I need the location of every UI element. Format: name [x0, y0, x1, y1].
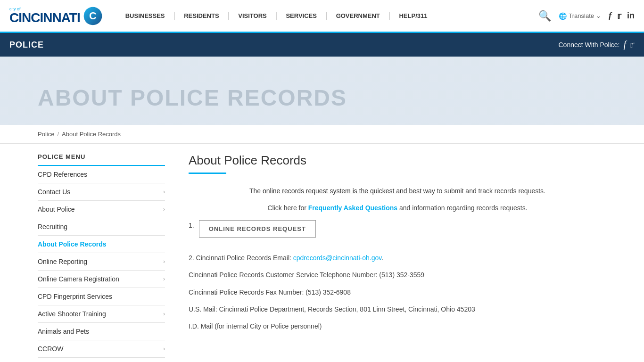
breadcrumb: Police / About Police Records	[38, 131, 606, 138]
chevron-down-icon: ⌄	[596, 12, 601, 19]
item-2-period: .	[381, 254, 383, 262]
connect-social-icons: f 𝕣	[623, 39, 635, 50]
nav-help[interactable]: HELP/311	[390, 12, 436, 19]
item-2-num: 2.	[189, 254, 196, 262]
nav-residents[interactable]: RESIDENTS	[175, 12, 227, 19]
content-area: About Police Records The online records …	[174, 153, 606, 362]
sidebar: POLICE MENU CPD References Contact Us › …	[38, 153, 174, 362]
chevron-icon: ›	[163, 189, 165, 195]
numbered-item-6: I.D. Mail (for internal City or Police p…	[189, 321, 606, 331]
logo-text: city of CINCINNATI	[9, 7, 80, 25]
hero-section: ABOUT POLICE RECORDS	[0, 57, 644, 125]
item-4-content: Cincinnati Police Records Fax Number: (5…	[189, 288, 351, 296]
online-records-link[interactable]: online records request system is the qui…	[263, 187, 435, 195]
police-twitter-icon[interactable]: 𝕣	[630, 39, 635, 50]
sidebar-item-animals-pets[interactable]: Animals and Pets	[38, 323, 165, 340]
chevron-icon: ›	[163, 276, 165, 282]
sidebar-item-label: Online Camera Registration	[38, 275, 119, 283]
chevron-icon: ›	[163, 206, 165, 213]
sidebar-item-label: About Police	[38, 206, 75, 213]
numbered-item-2: 2. Cincinnati Police Records Email: cpdr…	[189, 253, 606, 263]
faq-text-after: and information regarding records reques…	[397, 204, 527, 212]
sidebar-item-crime-analysis[interactable]: Crime Analysis	[38, 358, 165, 362]
breadcrumb-current: About Police Records	[62, 131, 121, 138]
facebook-icon[interactable]: f	[609, 11, 611, 21]
faq-paragraph: Click here for Frequently Asked Question…	[189, 203, 606, 213]
sidebar-item-label: Active Shooter Training	[38, 310, 106, 318]
cincinnati-c-icon: C	[83, 6, 103, 26]
nav-visitors[interactable]: VISITORS	[230, 12, 275, 19]
svg-text:C: C	[89, 9, 97, 21]
sidebar-item-label: CPD Fingerprint Services	[38, 293, 112, 300]
sidebar-item-label: CPD References	[38, 171, 87, 178]
police-banner: POLICE Connect With Police: f 𝕣	[0, 33, 644, 57]
translate-button[interactable]: 🌐 Translate ⌄	[559, 12, 601, 20]
sidebar-item-about-police-records[interactable]: About Police Records	[38, 236, 165, 253]
content-title-underline	[189, 173, 226, 174]
sidebar-item-label: Online Reporting	[38, 258, 87, 265]
faq-text-before: Click here for	[267, 204, 308, 212]
content-title: About Police Records	[189, 153, 606, 168]
online-records-request-button[interactable]: ONLINE RECORDS REQUEST	[199, 220, 316, 238]
content-body: The online records request system is the…	[189, 186, 606, 332]
numbered-item-4: Cincinnati Police Records Fax Number: (5…	[189, 287, 606, 297]
logo[interactable]: city of CINCINNATI C	[9, 6, 103, 26]
item-3-content: Cincinnati Police Records Customer Servi…	[189, 271, 424, 279]
sidebar-item-ccrow[interactable]: CCROW ›	[38, 340, 165, 358]
sidebar-item-recruiting[interactable]: Recruiting	[38, 218, 165, 236]
chevron-icon: ›	[163, 346, 165, 352]
nav-government[interactable]: GOVERNMENT	[328, 12, 388, 19]
sidebar-item-contact-us[interactable]: Contact Us ›	[38, 183, 165, 201]
numbered-item-5: U.S. Mail: Cincinnati Police Department,…	[189, 304, 606, 314]
sidebar-item-cpd-references[interactable]: CPD References	[38, 166, 165, 183]
social-icons: f 𝕣 in	[609, 11, 635, 21]
intro-text-after: to submit and track records requests.	[435, 187, 545, 195]
nav-services[interactable]: SERVICES	[277, 12, 325, 19]
sidebar-item-online-reporting[interactable]: Online Reporting ›	[38, 253, 165, 271]
item-5-content: U.S. Mail: Cincinnati Police Department,…	[189, 305, 475, 313]
intro-text-before: The	[249, 187, 263, 195]
sidebar-item-label: Animals and Pets	[38, 328, 89, 335]
connect-label: Connect With Police:	[558, 41, 619, 49]
top-navigation: city of CINCINNATI C BUSINESSES | RESIDE…	[0, 0, 644, 33]
records-email-link[interactable]: cpdrecords@cincinnati-oh.gov	[293, 254, 382, 262]
search-icon[interactable]: 🔍	[538, 10, 551, 22]
item-1-num: 1.	[189, 220, 194, 245]
nav-businesses[interactable]: BUSINESSES	[117, 12, 173, 19]
twitter-icon[interactable]: 𝕣	[617, 11, 621, 21]
sidebar-item-label: Recruiting	[38, 223, 67, 230]
main-content: POLICE MENU CPD References Contact Us › …	[0, 144, 644, 362]
globe-icon: 🌐	[559, 12, 567, 20]
sidebar-title: POLICE MENU	[38, 153, 165, 160]
numbered-item-1: 1. ONLINE RECORDS REQUEST	[189, 220, 606, 245]
linkedin-icon[interactable]: in	[627, 11, 635, 21]
sidebar-item-active-shooter[interactable]: Active Shooter Training ›	[38, 305, 165, 323]
sidebar-item-label: CCROW	[38, 345, 63, 353]
faq-link[interactable]: Frequently Asked Questions	[308, 204, 397, 212]
police-facebook-icon[interactable]: f	[623, 39, 626, 50]
breadcrumb-home[interactable]: Police	[38, 131, 54, 138]
translate-label: Translate	[569, 12, 594, 19]
sidebar-item-cpd-fingerprint[interactable]: CPD Fingerprint Services	[38, 288, 165, 305]
item-6-content: I.D. Mail (for internal City or Police p…	[189, 322, 322, 330]
nav-right: 🔍 🌐 Translate ⌄ f 𝕣 in	[538, 10, 635, 22]
sidebar-item-online-camera-registration[interactable]: Online Camera Registration ›	[38, 271, 165, 288]
chevron-icon: ›	[163, 311, 165, 317]
city-name: CINCINNATI	[9, 11, 80, 25]
connect-police: Connect With Police: f 𝕣	[558, 39, 635, 50]
sidebar-item-about-police[interactable]: About Police ›	[38, 201, 165, 218]
numbered-item-3: Cincinnati Police Records Customer Servi…	[189, 270, 606, 280]
item-2-text: Cincinnati Police Records Email:	[196, 254, 293, 262]
intro-paragraph: The online records request system is the…	[189, 186, 606, 196]
chevron-icon: ›	[163, 258, 165, 265]
online-records-btn-row: ONLINE RECORDS REQUEST	[199, 220, 316, 238]
breadcrumb-separator: /	[57, 131, 59, 138]
sidebar-item-label: Contact Us	[38, 188, 70, 196]
hero-title: ABOUT POLICE RECORDS	[38, 85, 347, 111]
nav-links: BUSINESSES | RESIDENTS | VISITORS | SERV…	[117, 11, 539, 21]
breadcrumb-bar: Police / About Police Records	[0, 125, 644, 144]
sidebar-item-label: About Police Records	[38, 240, 106, 248]
police-banner-title: POLICE	[9, 40, 44, 50]
